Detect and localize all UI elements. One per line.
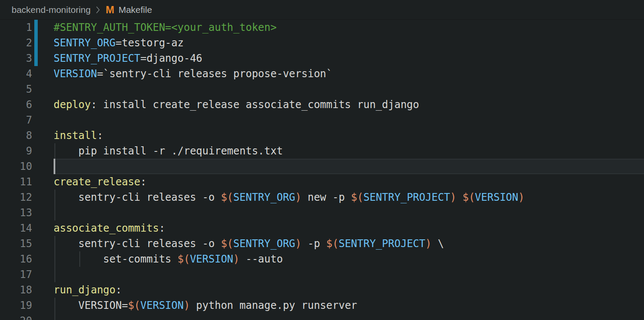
code-text: SENTRY_PROJECT=django-46 — [54, 51, 202, 66]
code-text: sentry-cli releases -o $(SENTRY_ORG) new… — [54, 190, 524, 205]
line-number[interactable]: 4 — [0, 66, 32, 82]
line-number[interactable]: 18 — [0, 282, 32, 298]
code-text: install: — [54, 128, 103, 143]
breadcrumb: backend-monitoring M Makefile — [0, 0, 644, 20]
line-number[interactable]: 10 — [0, 159, 32, 174]
editor: 1#SENTRY_AUTH_TOKEN=<your_auth_token>2SE… — [0, 20, 644, 320]
breadcrumb-file[interactable]: M Makefile — [105, 5, 152, 15]
code-line-3[interactable]: 3SENTRY_PROJECT=django-46 — [0, 51, 644, 66]
line-number[interactable]: 19 — [0, 298, 32, 313]
modified-line-indicator — [34, 35, 38, 51]
line-number[interactable]: 5 — [0, 82, 32, 97]
line-number[interactable]: 11 — [0, 174, 32, 190]
code-line-16[interactable]: 16 set-commits $(VERSION) --auto — [0, 251, 644, 267]
code-text: #SENTRY_AUTH_TOKEN=<your_auth_token> — [54, 20, 277, 35]
code-line-7[interactable]: 7 — [0, 112, 644, 128]
indent-guide — [54, 205, 55, 220]
code-text: pip install -r ./requirements.txt — [54, 143, 283, 159]
code-line-1[interactable]: 1#SENTRY_AUTH_TOKEN=<your_auth_token> — [0, 20, 644, 35]
code-line-15[interactable]: 15 sentry-cli releases -o $(SENTRY_ORG) … — [0, 236, 644, 251]
code-line-19[interactable]: 19 VERSION=$(VERSION) python manage.py r… — [0, 298, 644, 313]
line-number[interactable]: 20 — [0, 313, 32, 320]
code-text: deploy: install create_release associate… — [54, 97, 419, 112]
code-text: VERSION=`sentry-cli releases propose-ver… — [54, 66, 332, 82]
line-number[interactable]: 6 — [0, 97, 32, 112]
line-number[interactable]: 3 — [0, 51, 32, 66]
modified-line-indicator — [34, 20, 38, 35]
breadcrumb-folder[interactable]: backend-monitoring — [12, 5, 90, 15]
chevron-right-icon — [95, 5, 101, 15]
code-line-9[interactable]: 9 pip install -r ./requirements.txt — [0, 143, 644, 159]
code-line-20[interactable]: 20 — [0, 313, 644, 320]
code-line-6[interactable]: 6deploy: install create_release associat… — [0, 97, 644, 112]
code-line-8[interactable]: 8install: — [0, 128, 644, 143]
line-number[interactable]: 15 — [0, 236, 32, 251]
code-text: associate_commits: — [54, 220, 165, 236]
indent-guide — [54, 313, 55, 320]
code-text: create_release: — [54, 174, 147, 190]
line-number[interactable]: 13 — [0, 205, 32, 220]
line-number[interactable]: 16 — [0, 251, 32, 267]
code-line-10[interactable]: 10 — [0, 159, 644, 174]
line-number[interactable]: 14 — [0, 220, 32, 236]
line-number[interactable]: 9 — [0, 143, 32, 159]
code-text: set-commits $(VERSION) --auto — [54, 251, 283, 267]
code-line-4[interactable]: 4VERSION=`sentry-cli releases propose-ve… — [0, 66, 644, 82]
code-line-14[interactable]: 14associate_commits: — [0, 220, 644, 236]
code-line-13[interactable]: 13 — [0, 205, 644, 220]
current-line-highlight — [54, 159, 644, 174]
code-line-5[interactable]: 5 — [0, 82, 644, 97]
line-number[interactable]: 12 — [0, 190, 32, 205]
code-line-11[interactable]: 11create_release: — [0, 174, 644, 190]
breadcrumb-file-label: Makefile — [118, 5, 152, 15]
makefile-icon: M — [105, 5, 114, 15]
line-number[interactable]: 17 — [0, 267, 32, 282]
code-text: VERSION=$(VERSION) python manage.py runs… — [54, 298, 357, 313]
line-number[interactable]: 7 — [0, 112, 32, 128]
line-number[interactable]: 1 — [0, 20, 32, 35]
code-line-17[interactable]: 17 — [0, 267, 644, 282]
code-text: SENTRY_ORG=testorg-az — [54, 35, 184, 51]
code-line-12[interactable]: 12 sentry-cli releases -o $(SENTRY_ORG) … — [0, 190, 644, 205]
code-text: run_django: — [54, 282, 122, 298]
modified-line-indicator — [34, 51, 38, 66]
code-text: sentry-cli releases -o $(SENTRY_ORG) -p … — [54, 236, 444, 251]
line-number[interactable]: 8 — [0, 128, 32, 143]
code-line-2[interactable]: 2SENTRY_ORG=testorg-az — [0, 35, 644, 51]
indent-guide — [54, 267, 55, 282]
code-line-18[interactable]: 18run_django: — [0, 282, 644, 298]
text-cursor — [54, 159, 55, 174]
line-number[interactable]: 2 — [0, 35, 32, 51]
